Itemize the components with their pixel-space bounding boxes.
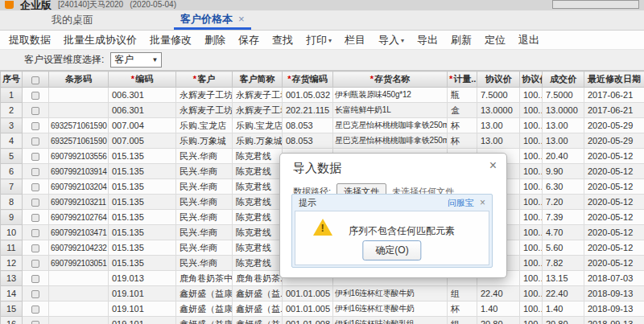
cell-agreement_pct[interactable]: 100... bbox=[520, 149, 543, 164]
header-deal_price[interactable]: 成交价 bbox=[543, 72, 584, 88]
cell-modified_date[interactable]: 2017-06-21 bbox=[584, 88, 644, 103]
cell-customer[interactable]: 鑫妍盛（益康） bbox=[176, 301, 233, 317]
cell-agreement_pct[interactable]: 100... bbox=[520, 179, 543, 195]
cell-customer[interactable]: 民兴.华商 bbox=[176, 256, 233, 271]
cell-deal_price[interactable]: 9.90 bbox=[543, 164, 584, 179]
cell-customer[interactable]: 鑫妍盛（益康） bbox=[176, 286, 233, 301]
cell-deal_price[interactable]: 6.30 bbox=[543, 179, 584, 195]
cell-check[interactable] bbox=[23, 271, 49, 286]
cell-barcode[interactable] bbox=[49, 286, 109, 301]
cell-agreement_price[interactable]: 13.0000 bbox=[477, 103, 520, 118]
row-checkbox[interactable] bbox=[31, 137, 39, 146]
cell-customer_short[interactable]: 永辉麦子工坊 bbox=[233, 88, 283, 103]
cell-agreement_price[interactable]: 13.00 bbox=[477, 133, 520, 149]
cell-barcode[interactable]: 6907992102764 bbox=[49, 210, 109, 225]
row-checkbox[interactable] bbox=[31, 229, 39, 237]
cell-customer_short[interactable]: 乐购.宝龙店 bbox=[233, 118, 283, 133]
cell-code[interactable]: 019.101 bbox=[109, 317, 176, 324]
cell-customer[interactable]: 民兴.华商 bbox=[176, 240, 233, 256]
cell-item_code[interactable]: 08.053 bbox=[283, 118, 333, 133]
header-customer[interactable]: *客户 bbox=[176, 72, 233, 88]
cell-check[interactable] bbox=[23, 88, 49, 103]
cell-agreement_pct[interactable]: 100... bbox=[520, 118, 543, 133]
cell-modified_date[interactable]: 2020-05-12 bbox=[584, 195, 644, 210]
cell-unit[interactable]: 组 bbox=[448, 317, 477, 324]
cell-agreement_pct[interactable]: 100... bbox=[520, 210, 543, 225]
cell-modified_date[interactable]: 2020-05-12 bbox=[584, 240, 644, 256]
row-checkbox[interactable] bbox=[31, 244, 39, 252]
tab-customer-price-book[interactable]: 客户价格本× bbox=[174, 10, 251, 30]
row-checkbox[interactable] bbox=[31, 183, 39, 191]
cell-code[interactable]: 006.301 bbox=[109, 103, 176, 118]
cell-check[interactable] bbox=[23, 286, 49, 301]
cell-modified_date[interactable]: 2018-07-03 bbox=[584, 271, 644, 286]
cell-customer_short[interactable]: 陈克君线 bbox=[233, 149, 283, 164]
cell-item_name[interactable]: 伊利16连杯味浓酸乳组 bbox=[333, 317, 448, 324]
cell-agreement_pct[interactable]: 100... bbox=[520, 271, 543, 286]
cell-modified_date[interactable]: 2018-09-13 bbox=[584, 317, 644, 324]
row-checkbox[interactable] bbox=[31, 92, 39, 100]
ok-button[interactable]: 确定(O) bbox=[362, 240, 421, 260]
toolbar-button[interactable]: 打印▾ bbox=[299, 33, 338, 47]
cell-code[interactable]: 019.101 bbox=[109, 286, 176, 301]
select-all-checkbox[interactable] bbox=[31, 76, 39, 84]
tab-close-icon[interactable]: × bbox=[238, 13, 245, 25]
cell-modified_date[interactable]: 2020-05-12 bbox=[584, 210, 644, 225]
cell-item_name[interactable]: 星巴克星怡杯桃桃咖啡拿铁250ml bbox=[333, 118, 448, 133]
cell-customer_short[interactable]: 乐购.万象城 bbox=[233, 133, 283, 149]
header-code[interactable]: *编码 bbox=[109, 72, 176, 88]
cell-item_code[interactable]: 001.01.005 bbox=[283, 301, 333, 317]
cell-unit[interactable]: 杯 bbox=[448, 118, 477, 133]
cell-agreement_price[interactable]: 20.80 bbox=[477, 317, 520, 324]
cell-modified_date[interactable]: 2018-09-13 bbox=[584, 301, 644, 317]
cell-unit[interactable]: 杯 bbox=[448, 301, 477, 317]
cell-barcode[interactable] bbox=[49, 271, 109, 286]
cell-agreement_pct[interactable]: 100... bbox=[520, 103, 543, 118]
cell-code[interactable]: 015.135 bbox=[109, 240, 176, 256]
toolbar-button[interactable]: 退出 bbox=[512, 33, 546, 47]
cell-check[interactable] bbox=[23, 164, 49, 179]
cell-item_name[interactable]: 星巴克星怡杯桃桃咖啡拿铁250ml bbox=[333, 133, 448, 149]
cell-barcode[interactable]: 6932571061590 bbox=[49, 118, 109, 133]
cell-customer_short[interactable]: 永辉麦子工坊 bbox=[233, 103, 283, 118]
cell-seq[interactable]: 3 bbox=[1, 118, 23, 133]
cell-seq[interactable]: 6 bbox=[1, 164, 23, 179]
cell-code[interactable]: 019.101 bbox=[109, 301, 176, 317]
cell-check[interactable] bbox=[23, 317, 49, 324]
cell-agreement_pct[interactable]: 100... bbox=[520, 164, 543, 179]
header-agreement_price[interactable]: 协议价 bbox=[477, 72, 520, 88]
alert-close-icon[interactable]: × bbox=[480, 197, 485, 208]
cell-customer_short[interactable]: 陈克君线 bbox=[233, 179, 283, 195]
cell-customer[interactable]: 乐购.宝龙店 bbox=[176, 118, 233, 133]
cell-modified_date[interactable]: 2020-05-12 bbox=[584, 164, 644, 179]
header-item_name[interactable]: *存货名称 bbox=[333, 72, 448, 88]
toolbar-button[interactable]: 批量修改 bbox=[143, 33, 198, 47]
cell-check[interactable] bbox=[23, 225, 49, 240]
tab-my-desktop[interactable]: 我的桌面 bbox=[45, 10, 100, 30]
header-item_code[interactable]: *存货编码 bbox=[283, 72, 333, 88]
cell-code[interactable]: 007.004 bbox=[109, 118, 176, 133]
cell-seq[interactable]: 8 bbox=[1, 195, 23, 210]
cell-modified_date[interactable]: 2020-05-12 bbox=[584, 225, 644, 240]
row-checkbox[interactable] bbox=[31, 290, 39, 298]
row-checkbox[interactable] bbox=[31, 260, 39, 268]
cell-customer_short[interactable]: 鑫妍盛（益... bbox=[233, 301, 283, 317]
cell-agreement_price[interactable]: 7.5000 bbox=[477, 88, 520, 103]
toolbar-button[interactable]: 保存 bbox=[232, 33, 266, 47]
dialog-close-icon[interactable]: × bbox=[489, 159, 497, 172]
cell-barcode[interactable] bbox=[49, 301, 109, 317]
toolbar-button[interactable]: 提取数据 bbox=[2, 33, 57, 47]
cell-seq[interactable]: 12 bbox=[1, 256, 23, 271]
cell-item_code[interactable]: 001.01.008 bbox=[283, 317, 333, 324]
cell-agreement_pct[interactable]: 100... bbox=[520, 195, 543, 210]
cell-code[interactable]: 015.135 bbox=[109, 149, 176, 164]
cell-customer[interactable]: 永辉麦子工坊 bbox=[176, 103, 233, 118]
cell-customer_short[interactable]: 鑫妍盛（益... bbox=[233, 317, 283, 324]
cell-check[interactable] bbox=[23, 240, 49, 256]
row-checkbox[interactable] bbox=[31, 214, 39, 222]
cell-item_name[interactable]: 伊利瓶装原味450g*12 bbox=[333, 88, 448, 103]
cell-modified_date[interactable]: 2020-05-12 bbox=[584, 179, 644, 195]
cell-agreement_price[interactable]: 13.00 bbox=[477, 118, 520, 133]
cell-check[interactable] bbox=[23, 149, 49, 164]
cell-deal_price[interactable]: 5.60 bbox=[543, 240, 584, 256]
